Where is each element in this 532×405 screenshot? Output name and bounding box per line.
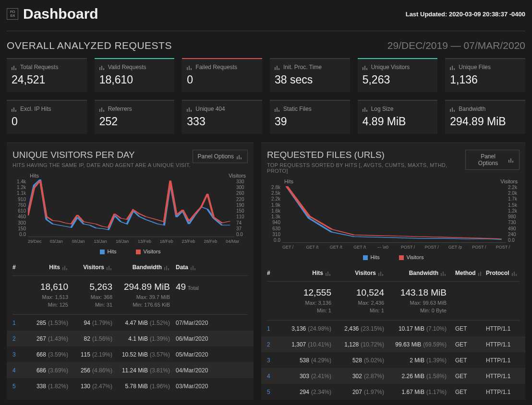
metric-value: 4.89 MiB xyxy=(363,115,433,128)
metric-value: 18,610 xyxy=(99,73,170,86)
metric-value: 1,136 xyxy=(450,73,520,86)
chart-icon xyxy=(12,64,17,70)
chart-icon xyxy=(508,157,514,163)
overview-date-range: 29/DEC/2019 — 07/MAR/2020 xyxy=(387,40,525,51)
table-row[interactable]: 2 267(1.43%) 82(1.56%) 4.1 MiB(1.39%) 06… xyxy=(7,331,254,346)
chart-icon xyxy=(450,106,456,112)
overview-title: OVERALL ANALYZED REQUESTS xyxy=(7,40,172,51)
chart-icon xyxy=(275,64,280,70)
table-row[interactable]: 4 303(2.41%) 302(2.87%) 2.26 MiB(1.58%) … xyxy=(261,368,525,384)
sort-hits[interactable]: Hits xyxy=(278,270,331,276)
sort-bandwidth[interactable]: Bandwidth xyxy=(112,264,170,271)
table-row[interactable]: 5 294(2.34%) 207(1.97%) 1.67 MiB(1.17%) … xyxy=(261,384,525,400)
metric-card: Init. Proc. Time 38 secs xyxy=(270,58,350,92)
table-row[interactable]: 4 686(3.69%) 256(4.86%) 11.24 MiB(3.81%)… xyxy=(7,362,254,378)
metric-cards: Total Requests 24,521Valid Requests 18,6… xyxy=(0,58,532,141)
panel-unique-visitors: UNIQUE VISITORS PER DAY HITS HAVING THE … xyxy=(7,143,254,400)
overview-header: OVERALL ANALYZED REQUESTS 29/DEC/2019 — … xyxy=(0,31,532,58)
sort-bandwidth[interactable]: Bandwidth xyxy=(384,270,447,276)
metric-card: Total Requests 24,521 xyxy=(7,58,87,92)
chart-icon xyxy=(450,64,456,70)
panel-subtitle: HITS HAVING THE SAME IP, DATE AND AGENT … xyxy=(12,162,191,168)
app-header: FOE4 Dashboard Last Updated: 2020-03-09 … xyxy=(0,0,532,31)
files-chart: Hits Visitors 2.8k2.5k2.2k1.9k1.6k1.3k94… xyxy=(267,179,520,265)
panel-requested-files: REQUESTED FILES (URLS) TOP REQUESTS SORT… xyxy=(261,143,525,400)
app-title: Dashboard xyxy=(23,6,98,22)
metric-value: 24,521 xyxy=(12,73,82,86)
table-row[interactable]: 3 668(3.59%) 115(2.19%) 10.52 MiB(3.57%)… xyxy=(7,346,254,362)
chart-icon xyxy=(99,64,105,70)
metric-card: Valid Requests 18,610 xyxy=(95,58,175,92)
metric-value: 38 secs xyxy=(275,73,345,86)
files-summary: 12,555 Max: 3,136 Min: 1 10,524 Max: 2,4… xyxy=(261,282,525,320)
logo-icon: FOE4 xyxy=(7,8,18,20)
visitors-chart: Hits Visitors 1.4k1.2k1.1k91076061046030… xyxy=(12,173,248,259)
sort-method[interactable]: Method xyxy=(447,270,481,276)
metric-value: 0 xyxy=(187,73,257,86)
panel-title: UNIQUE VISITORS PER DAY xyxy=(12,150,191,160)
table-row[interactable]: 2 1,307(10.41%) 1,128(10.72%) 99.63 MiB(… xyxy=(261,336,525,352)
table-row[interactable]: 1 285(1.53%) 94(1.79%) 4.47 MiB(1.52%) 0… xyxy=(7,315,254,331)
visitors-summary: 18,610 Max: 1,513 Min: 125 5,263 Max: 36… xyxy=(7,276,254,314)
panel-subtitle: TOP REQUESTS SORTED BY HITS [, AVGTS, CU… xyxy=(267,162,465,174)
metric-value: 333 xyxy=(187,115,257,128)
chart-icon xyxy=(187,106,193,112)
chart-icon xyxy=(187,64,193,70)
metric-card: Bandwidth 294.89 MiB xyxy=(445,100,525,134)
chart-icon xyxy=(363,64,368,70)
table-row[interactable]: 3 538(4.29%) 528(5.02%) 2 MiB(1.39%) GET… xyxy=(261,352,525,368)
panel-options-button[interactable]: Panel Options xyxy=(193,150,248,163)
metric-value: 5,263 xyxy=(363,73,433,86)
sort-data[interactable]: Data xyxy=(170,264,248,271)
panel-options-button[interactable]: Panel Options xyxy=(465,150,520,170)
metric-card: Failed Requests 0 xyxy=(182,58,262,92)
metric-card: Excl. IP Hits 0 xyxy=(7,100,87,134)
chart-icon xyxy=(99,106,105,112)
metric-value: 39 xyxy=(275,115,345,128)
metric-card: Referrers 252 xyxy=(95,100,175,134)
chart-icon xyxy=(363,106,368,112)
sort-visitors[interactable]: Visitors xyxy=(331,270,384,276)
sort-protocol[interactable]: Protocol xyxy=(481,270,520,276)
sort-visitors[interactable]: Visitors xyxy=(68,264,112,271)
last-updated: Last Updated: 2020-03-09 20:38:37 -0400 xyxy=(406,11,525,18)
metric-value: 0 xyxy=(12,115,82,128)
files-table-header: # Hits Visitors Bandwidth Method Protoco… xyxy=(261,265,525,281)
chart-icon xyxy=(12,106,17,112)
metric-card: Log Size 4.89 MiB xyxy=(358,100,438,134)
sort-hits[interactable]: Hits xyxy=(24,264,68,271)
metric-value: 252 xyxy=(99,115,170,128)
metric-card: Unique Files 1,136 xyxy=(445,58,525,92)
chart-icon xyxy=(237,154,242,159)
metric-value: 294.89 MiB xyxy=(450,115,520,128)
chart-icon xyxy=(275,106,280,112)
table-row[interactable]: 5 338(1.82%) 130(2.47%) 5.78 MiB(1.96%) … xyxy=(7,378,254,394)
table-row[interactable]: 1 3,136(24.98%) 2,436(23.15%) 10.17 MiB(… xyxy=(261,321,525,336)
panel-title: REQUESTED FILES (URLS) xyxy=(267,150,465,160)
metric-card: Static Files 39 xyxy=(270,100,350,134)
visitors-table-header: # Hits Visitors Bandwidth Data xyxy=(7,259,254,275)
metric-card: Unique 404 333 xyxy=(182,100,262,134)
metric-card: Unique Visitors 5,263 xyxy=(358,58,438,92)
